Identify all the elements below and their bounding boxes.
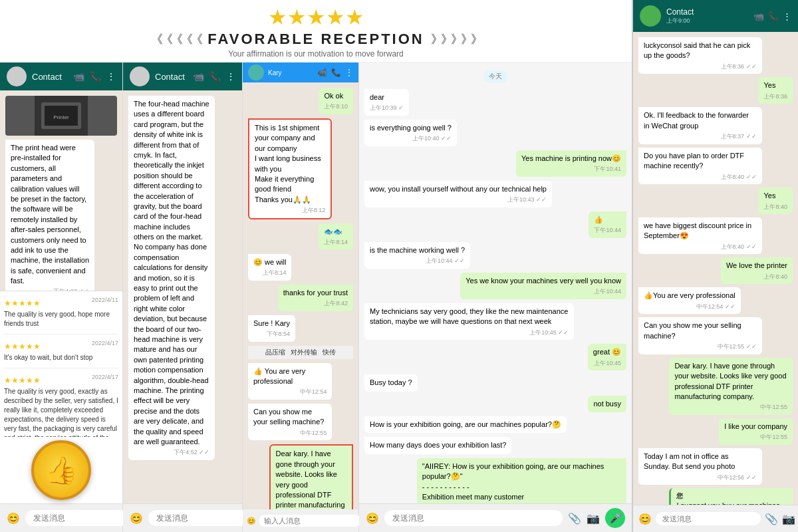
col4-msg-printing: Yes machine is printing now😊 下午10:41 bbox=[516, 150, 626, 177]
right-msg-sunday: Today I am not in office as Sunday. But … bbox=[638, 448, 762, 485]
col3-msg-pro-time: 中午12:54 bbox=[253, 388, 327, 396]
col1-header-icons: 📹 📞 ⋮ bbox=[73, 71, 116, 82]
right-attachment-icon[interactable]: 📎 bbox=[765, 513, 778, 525]
col2-chat: Contact 📹 📞 ⋮ The four-head machine uses… bbox=[123, 63, 243, 532]
review-3: ★★★★★ 2022/4/17 The quality is very good… bbox=[4, 374, 118, 437]
col3-msg-show-text: Can you show me your selling machine? bbox=[253, 407, 327, 428]
col4-msg-dear: dear 上午10:39 ✓ bbox=[364, 89, 409, 116]
review-2: ★★★★★ 2022/4/17 It's okay to wait, but d… bbox=[4, 340, 118, 368]
col3-msg-pro-text: 👍 You are very professional bbox=[253, 366, 327, 387]
col4-msg-busy-text: Busy today ? bbox=[370, 378, 412, 388]
col3-msg-show-time: 中午12:55 bbox=[253, 429, 327, 438]
col3-msg-thanks-text: thanks for your trust bbox=[283, 288, 348, 298]
col4-msg-exhib-reply-text: "AIIREY: How is your exhibition going, a… bbox=[422, 462, 621, 503]
right-msg-pickup-text: luckyconsol said that he can pick up the… bbox=[644, 41, 757, 61]
right-msg-yes1: Yes 上午8:36 bbox=[758, 77, 793, 104]
col4-input-field[interactable] bbox=[384, 510, 563, 526]
col3-compress-btn[interactable]: 品压缩 bbox=[265, 348, 285, 357]
right-msg-suggest: 您 I suggest you buy our machines and con… bbox=[669, 488, 793, 505]
right-camera-icon[interactable]: 📷 bbox=[782, 513, 795, 525]
col3-msg-sure: Sure ! Kary 下午8:54 bbox=[248, 315, 295, 342]
right-video-icon[interactable]: 📹 bbox=[753, 11, 764, 21]
chat-columns: Contact 📹 📞 ⋮ Printer The bbox=[0, 63, 632, 532]
right-msg-discount-time: 上午8:40 ✓✓ bbox=[644, 243, 757, 251]
col3-video-icon[interactable]: 📹 bbox=[317, 68, 327, 77]
right-msg-suggest-you: 您 bbox=[676, 491, 787, 501]
col3-quick-btn[interactable]: 快传 bbox=[323, 348, 336, 357]
review-3-text: The quality is very good, exactly as des… bbox=[4, 387, 118, 437]
col4-attachment-icon[interactable]: 📎 bbox=[568, 512, 581, 525]
right-msg-pro: 👍You are very professional 中午12:54 ✓✓ bbox=[638, 287, 741, 314]
col3-msg-pro: 👍 You are very professional 中午12:54 bbox=[248, 363, 332, 400]
star-rating: ★★★★★ bbox=[0, 7, 632, 28]
col4-msg-exhibition: How is your exhibition going, are our ma… bbox=[364, 416, 567, 433]
col3-input-field[interactable] bbox=[259, 515, 361, 527]
col4-emoji-icon[interactable]: 😊 bbox=[366, 512, 379, 525]
right-msg-dear-time: 中午12:55 bbox=[674, 403, 787, 412]
col4-msg-going-text: is everything going well ? bbox=[370, 123, 452, 133]
col4-send-button[interactable]: 🎤 bbox=[605, 508, 625, 528]
col3-chat-body: Ok ok 上午8:10 This is 1st shipment your c… bbox=[243, 82, 358, 509]
chevrons-right: 》》》》》 bbox=[431, 31, 481, 47]
col3-msg-thanks-time: 上午8:42 bbox=[283, 299, 348, 308]
col3-avatar bbox=[248, 65, 264, 80]
col4-msg-install-text: wow, you install yourself without any ou… bbox=[370, 184, 547, 194]
right-panel-header: Contact 上午9:00 📹 📞 ⋮ bbox=[633, 0, 798, 32]
right-msg-ilike: I like your company 中午12:55 bbox=[719, 418, 793, 445]
right-phone-icon[interactable]: 📞 bbox=[768, 11, 779, 21]
col1-chat-input: 😊 📎 📷 🎤 bbox=[0, 503, 122, 532]
col2-video-icon[interactable]: 📹 bbox=[193, 71, 204, 82]
col4-msg-busy: Busy today ? bbox=[364, 374, 418, 391]
col4-camera-icon[interactable]: 📷 bbox=[587, 512, 600, 525]
right-msg-love-text: We love the printer bbox=[726, 261, 787, 271]
right-panel-icons: 📹 📞 ⋮ bbox=[753, 11, 791, 21]
col3-action-bar: 品压缩 对外传输 快传 bbox=[248, 346, 353, 359]
right-panel-avatar bbox=[640, 5, 661, 27]
col3-export-btn[interactable]: 对外传输 bbox=[291, 348, 317, 357]
right-msg-ilike-time: 中午12:55 bbox=[724, 433, 787, 442]
right-msg-dear-text: Dear kary. I have gone through your webs… bbox=[674, 361, 787, 402]
right-input-field[interactable] bbox=[656, 512, 761, 525]
col1-msg-1-time: 下午4:23 ✓✓ bbox=[11, 287, 89, 291]
right-msg-pickup-time: 上午8:36 ✓✓ bbox=[644, 63, 757, 71]
right-msg-feedback-time: 上午8:37 ✓✓ bbox=[644, 132, 757, 141]
col3-status-bar: Kary 📹 📞 ⋮ bbox=[243, 63, 358, 82]
col2-msg-1-text: The four-head machine uses a different b… bbox=[134, 99, 209, 447]
col3-msg-thanks: thanks for your trust 上午8:42 bbox=[278, 285, 353, 311]
right-msg-dear: Dear kary. I have gone through your webs… bbox=[669, 358, 793, 415]
col1-msg-1: The print head were pre-installed for cu… bbox=[5, 140, 94, 291]
col4-msg-install-time: 上午10:43 ✓✓ bbox=[370, 196, 547, 204]
phone-icon[interactable]: 📞 bbox=[90, 71, 101, 82]
col4-chat: 今天 dear 上午10:39 ✓ is everything going we… bbox=[359, 63, 632, 532]
col3-phone-icon[interactable]: 📞 bbox=[331, 68, 341, 77]
col2-emoji-icon[interactable]: 😊 bbox=[130, 512, 143, 525]
col4-msg-know: Yes we know your machines very well you … bbox=[460, 273, 626, 299]
col2-menu-icon[interactable]: ⋮ bbox=[226, 71, 235, 82]
col4-msg-tech: My technicians say very good, they like … bbox=[364, 303, 574, 340]
col1-chat-body: Printer The print head were pre-installe… bbox=[0, 90, 122, 291]
col3-chat: Kary 📹 📞 ⋮ Ok ok 上午8:10 This is 1st ship… bbox=[243, 63, 359, 532]
col4-msg-going-time: 上午10:40 ✓✓ bbox=[370, 134, 452, 143]
right-panel-contact-name: Contact bbox=[666, 7, 748, 17]
right-msg-pro-text: 👍You are very professional bbox=[644, 291, 735, 301]
col4-chat-input: 😊 📎 📷 🎤 bbox=[359, 503, 632, 532]
col4-msg-working-text: is the machine working well ? bbox=[370, 245, 465, 255]
right-menu-icon[interactable]: ⋮ bbox=[783, 11, 791, 21]
review-2-text: It's okay to wait, but don't stop bbox=[4, 353, 118, 362]
chevrons-left: 《《《《《 bbox=[151, 31, 201, 47]
col3-emoji-icon[interactable]: 😊 bbox=[247, 517, 256, 525]
review-2-date: 2022/4/17 bbox=[92, 340, 118, 346]
right-emoji-icon[interactable]: 😊 bbox=[638, 513, 652, 525]
right-msg-yes2-text: Yes bbox=[763, 191, 787, 201]
col2-chat-input: 😊 📎 📷 🎤 bbox=[123, 503, 242, 532]
right-chat-input: 😊 📎 📷 🎤 bbox=[633, 505, 798, 532]
col3-menu-icon[interactable]: ⋮ bbox=[345, 68, 353, 77]
review-1-text: The quality is very good, hope more frie… bbox=[4, 310, 118, 329]
printer-image: Printer bbox=[5, 96, 117, 136]
col4-msg-thumbs: 👍 下午10:44 bbox=[589, 211, 626, 238]
col2-phone-icon[interactable]: 📞 bbox=[209, 71, 221, 82]
col4-msg-notbusy-text: not busy bbox=[593, 399, 621, 409]
emoji-icon[interactable]: 😊 bbox=[7, 512, 20, 525]
video-icon[interactable]: 📹 bbox=[73, 71, 84, 82]
menu-icon[interactable]: ⋮ bbox=[106, 71, 116, 82]
